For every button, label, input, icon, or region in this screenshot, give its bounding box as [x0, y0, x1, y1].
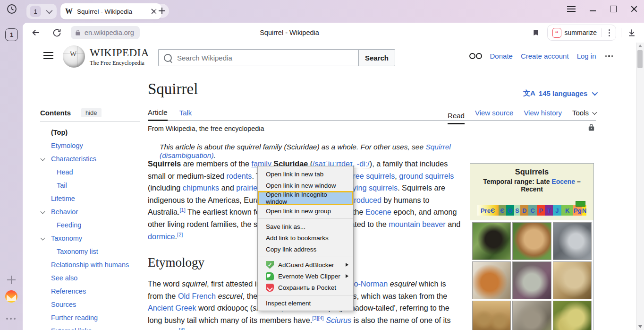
toc-item-further-reading[interactable]: Further reading — [40, 311, 140, 324]
languages-button[interactable]: 文A 145 languages — [523, 89, 596, 98]
address-bar[interactable]: en.wikipedia.org — [71, 26, 140, 39]
menu-item-open-link-in-new-window[interactable]: Open link in new window — [258, 180, 353, 191]
timescale-period-S[interactable]: S — [514, 205, 520, 216]
search-button[interactable]: Search — [358, 49, 395, 66]
browser-menu-icon[interactable] — [567, 6, 576, 12]
menu-item-open-link-in-incognito-window[interactable]: Open link in Incognito window — [258, 191, 353, 205]
toc-item-head[interactable]: Head — [40, 165, 140, 179]
menu-item-open-link-in-new-group[interactable]: Open link in new group — [258, 205, 353, 217]
geologic-timescale-bar[interactable]: PreЄЄOSDCPTJKPgN — [477, 205, 587, 216]
toc-item--top-[interactable]: (Top) — [40, 126, 140, 139]
scrollbar-thumb[interactable] — [637, 50, 643, 68]
log-in-link[interactable]: Log in — [577, 52, 596, 60]
photo-standing-ground-squirrels[interactable] — [472, 301, 511, 330]
photo-golden-ground-squirrel[interactable] — [553, 261, 592, 299]
toc-hide-button[interactable]: hide — [81, 108, 102, 117]
wiki-search-box[interactable] — [158, 49, 358, 66]
wiki-link[interactable]: mountain beaver — [389, 220, 446, 228]
tab-article[interactable]: Article — [148, 108, 168, 121]
summarize-options-icon[interactable] — [605, 29, 614, 36]
toc-expand-chevron-icon[interactable] — [41, 236, 45, 241]
wiki-link[interactable]: [3][4] — [312, 315, 323, 321]
browser-tab-squirrel[interactable]: W Squirrel - Wikipedia — [60, 3, 161, 19]
timescale-period-C[interactable]: C — [528, 205, 537, 216]
downloads-icon[interactable] — [626, 27, 637, 38]
toc-item-tail[interactable]: Tail — [40, 179, 140, 192]
tab-talk[interactable]: Talk — [179, 109, 192, 120]
menu-item-copy-link-address[interactable]: Copy link address — [258, 243, 353, 255]
donate-link[interactable]: Donate — [490, 52, 513, 60]
tab-group-count-badge[interactable]: 1 — [30, 6, 41, 17]
tab-read[interactable]: Read — [448, 112, 465, 124]
photo-fox-squirrel[interactable] — [472, 261, 511, 299]
toc-item-taxonomy[interactable]: Taxonomy — [40, 232, 140, 245]
maximize-button[interactable] — [610, 6, 617, 12]
scroll-up-icon[interactable] — [636, 43, 644, 49]
create-account-link[interactable]: Create account — [521, 52, 569, 60]
wiki-more-icon[interactable] — [605, 55, 613, 57]
wikipedia-globe-logo[interactable]: W — [63, 45, 85, 68]
wiki-link[interactable]: dormice — [148, 232, 175, 241]
tab-view-history[interactable]: View history — [524, 109, 562, 120]
wiki-link[interactable]: ground squirrels — [399, 172, 454, 180]
wiki-link[interactable]: chipmunks — [183, 183, 219, 192]
wiki-link[interactable]: Eocene — [365, 208, 391, 216]
history-clock-icon[interactable] — [6, 3, 17, 15]
sidebar-more-icon[interactable] — [6, 318, 16, 320]
page-scrollbar[interactable] — [636, 43, 644, 330]
wikipedia-wordmark[interactable]: WIKIPEDIA The Free Encyclopedia — [90, 47, 149, 67]
wiki-link[interactable]: Sciurus — [326, 316, 351, 324]
workspace-badge[interactable]: 1 — [5, 28, 18, 41]
new-tab-button[interactable] — [155, 4, 169, 18]
photo-chipmunk[interactable] — [512, 222, 551, 260]
toc-item-feeding[interactable]: Feeding — [40, 218, 140, 232]
toc-item-see-also[interactable]: See also — [40, 271, 140, 285]
timescale-period-O[interactable]: O — [506, 205, 514, 216]
toc-item-references[interactable]: References — [40, 285, 140, 298]
menu-item-add-link-to-bookmarks[interactable]: Add link to bookmarks — [258, 232, 353, 243]
toc-item-relationship-with-humans[interactable]: Relationship with humans — [40, 258, 140, 271]
timescale-period-PreЄ[interactable]: PreЄ — [477, 205, 499, 216]
wiki-link[interactable]: [1] — [179, 207, 185, 213]
photo-gray-tree-squirrel[interactable] — [553, 222, 592, 260]
timescale-period-Є[interactable]: Є — [499, 205, 507, 216]
menu-item-сохранить-в-pocket[interactable]: Сохранить в Pocket — [258, 282, 353, 293]
timescale-period-T[interactable]: T — [545, 205, 553, 216]
timescale-period-D[interactable]: D — [520, 205, 528, 216]
tab-view-source[interactable]: View source — [475, 109, 513, 120]
wiki-link[interactable]: Old French — [178, 292, 216, 300]
timescale-period-P[interactable]: P — [537, 205, 545, 216]
menu-item-open-link-in-new-tab[interactable]: Open link in new tab — [258, 168, 353, 180]
photo-marmots[interactable] — [512, 301, 551, 330]
toc-item-lifetime[interactable]: Lifetime — [40, 192, 140, 205]
toc-item-characteristics[interactable]: Characteristics — [40, 152, 140, 165]
toc-item-etymology[interactable]: Etymology — [40, 139, 140, 152]
sidebar-add-icon[interactable] — [7, 275, 16, 285]
toc-item-behavior[interactable]: Behavior — [40, 205, 140, 218]
menu-item-save-link-as-[interactable]: Save link as... — [258, 221, 353, 232]
wiki-link[interactable]: flying squirrels — [349, 183, 398, 192]
toc-expand-chevron-icon[interactable] — [41, 156, 45, 161]
scroll-down-icon[interactable] — [636, 323, 644, 330]
menu-item-evernote-web-clipper[interactable]: Evernote Web Clipper — [258, 270, 353, 282]
photo-black-giant-squirrel[interactable] — [472, 222, 511, 260]
timescale-period-Pg[interactable]: Pg — [573, 205, 582, 216]
tab-group-pill[interactable]: 1 — [26, 4, 57, 19]
page-protection-lock-icon[interactable] — [587, 123, 595, 132]
toc-item-taxonomy-list[interactable]: Taxonomy list — [40, 245, 140, 258]
timescale-period-N[interactable]: N — [582, 205, 586, 216]
wiki-link[interactable]: Ancient Greek — [148, 304, 196, 312]
wiki-link[interactable]: rodents — [226, 172, 252, 180]
timescale-period-K[interactable]: K — [561, 205, 573, 216]
toc-item-external-links[interactable]: External links — [40, 324, 140, 330]
timescale-period-J[interactable]: J — [553, 205, 561, 216]
close-window-button[interactable] — [631, 6, 637, 12]
menu-item-inspect-element[interactable]: Inspect element — [258, 297, 353, 309]
yandex-mail-icon[interactable] — [5, 290, 17, 303]
eocene-link[interactable]: Eocene — [551, 178, 575, 185]
tab-group-chevron-icon[interactable] — [42, 6, 55, 17]
toc-expand-chevron-icon[interactable] — [41, 209, 45, 214]
wiki-link[interactable]: [2] — [177, 231, 183, 237]
reload-button[interactable] — [51, 27, 62, 38]
https-lock-icon[interactable] — [75, 29, 81, 36]
